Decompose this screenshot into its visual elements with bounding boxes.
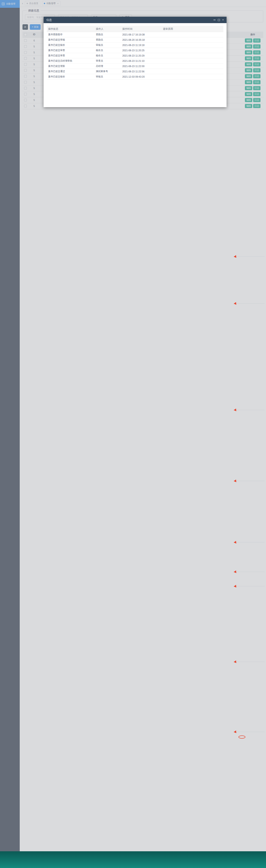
annotation-arrow [235, 481, 265, 481]
annotation-arrow [235, 303, 265, 304]
annotation-arrow [235, 542, 265, 542]
annotation-arrow [235, 256, 265, 257]
annotation-arrow [235, 410, 265, 410]
screenshot-log-dialog: 出险管理 ‹ 后台首页 出险管理 × 搜索信息 [0, 592, 238, 704]
modal-dim-overlay [0, 592, 238, 704]
presentation-slide: 展示页面 出险管理 ‹ 后台首页 出险管理 × › ⌄ [0, 0, 266, 868]
annotation-circle [238, 736, 245, 739]
slide-footer-gradient [0, 851, 266, 868]
